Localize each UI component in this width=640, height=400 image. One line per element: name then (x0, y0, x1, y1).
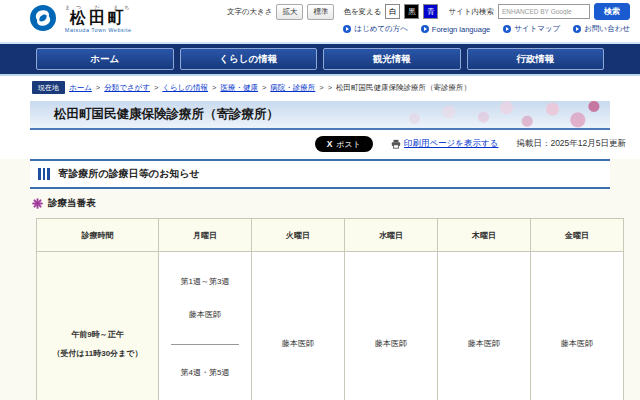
arrow-circle-icon (573, 25, 581, 33)
cell-monday-morning: 第1週～第3週 藤本医師 第4週・第5週 相川医師 (159, 252, 252, 400)
breadcrumb-home[interactable]: ホーム (69, 83, 92, 93)
col-header-tuesday: 火曜日 (252, 219, 345, 252)
text-size-enlarge-button[interactable]: 拡大 (276, 4, 303, 20)
main-nav: ホーム くらしの情報 観光情報 行政情報 (0, 44, 640, 76)
table-header-row: 診療時間 月曜日 火曜日 水曜日 木曜日 金曜日 (37, 219, 624, 252)
cell-thursday-morning: 藤本医師 (438, 252, 531, 400)
cell-friday-morning: 藤本医師 (531, 252, 624, 400)
arrow-circle-icon (421, 25, 429, 33)
site-search-input[interactable] (498, 4, 590, 19)
page-title: 松田町国民健康保険診療所（寄診療所） (30, 106, 279, 123)
main-content: 寄診療所の診療日等のお知らせ 診療当番表 診療時間 月曜日 火曜日 水曜日 木曜… (0, 159, 640, 400)
section-heading-text: 寄診療所の診療日等のお知らせ (59, 167, 200, 181)
nav-living-info[interactable]: くらしの情報 (180, 48, 318, 70)
breadcrumb-current-page: 松田町国民健康保険診療所（寄診療所） (336, 83, 471, 93)
col-header-thursday: 木曜日 (438, 219, 531, 252)
color-change-label: 色を変える (343, 7, 381, 17)
current-location-badge: 現在地 (32, 81, 65, 94)
triple-bar-icon (38, 168, 50, 180)
site-header: まつ だ まち 松田町 Matsuda Town Website 文字の大きさ … (0, 0, 640, 44)
color-black-button[interactable]: 黒 (404, 4, 419, 19)
arrow-circle-icon (503, 25, 511, 33)
clinic-schedule-table: 診療時間 月曜日 火曜日 水曜日 木曜日 金曜日 午前9時～正午 （受付は11時… (36, 218, 624, 400)
text-size-label: 文字の大きさ (227, 7, 273, 17)
published-date: 掲載日：2025年12月5日更新 (516, 138, 626, 150)
first-time-visitors-link[interactable]: はじめての方へ (343, 24, 408, 34)
site-search-label: サイト内検索 (448, 7, 494, 17)
print-page-link[interactable]: 印刷用ページを表示する (391, 138, 499, 150)
matsuda-town-logo-icon (30, 5, 56, 31)
page-title-band: 松田町国民健康保険診療所（寄診療所） (30, 101, 610, 128)
flower-asterisk-icon (32, 198, 43, 209)
breadcrumb-hospitals-clinics[interactable]: 病院・診療所 (270, 83, 315, 93)
nav-administrative-info[interactable]: 行政情報 (467, 48, 605, 70)
col-header-friday: 金曜日 (531, 219, 624, 252)
breadcrumb: 現在地 ホーム > 分類でさがす > くらしの情報 > 医療・健康 > 病院・診… (0, 76, 640, 98)
x-logo-icon: X (327, 139, 333, 149)
foreign-language-link[interactable]: Foreign language (421, 24, 490, 34)
col-header-wednesday: 水曜日 (345, 219, 438, 252)
breadcrumb-medical-health[interactable]: 医療・健康 (220, 83, 258, 93)
site-name: 松田町 (61, 10, 135, 27)
search-button[interactable]: 検索 (594, 3, 630, 20)
nav-home[interactable]: ホーム (36, 48, 174, 70)
cell-wednesday-morning: 藤本医師 (345, 252, 438, 400)
color-white-button[interactable]: 白 (385, 4, 400, 19)
x-post-button[interactable]: X ポスト (315, 136, 373, 152)
sitemap-link[interactable]: サイトマップ (503, 24, 560, 34)
subsection-heading-text: 診療当番表 (48, 197, 96, 210)
cell-time-morning: 午前9時～正午 （受付は11時30分まで） (37, 252, 159, 400)
cherry-blossom-decoration (380, 101, 610, 128)
table-row-morning: 午前9時～正午 （受付は11時30分まで） 第1週～第3週 藤本医師 第4週・第… (37, 252, 624, 400)
col-header-monday: 月曜日 (159, 219, 252, 252)
col-header-time: 診療時間 (37, 219, 159, 252)
text-size-standard-button[interactable]: 標準 (307, 4, 334, 20)
breadcrumb-living-info[interactable]: くらしの情報 (162, 83, 208, 93)
contact-link[interactable]: お問い合わせ (573, 24, 630, 34)
color-blue-button[interactable]: 青 (423, 4, 438, 19)
page-meta-row: X ポスト 印刷用ページを表示する 掲載日：2025年12月5日更新 (0, 130, 640, 157)
subsection-heading: 診療当番表 (0, 189, 640, 216)
site-subtitle: Matsuda Town Website (61, 27, 135, 33)
section-heading: 寄診療所の診療日等のお知らせ (30, 159, 610, 189)
cell-divider (171, 344, 240, 345)
cell-tuesday-morning: 藤本医師 (252, 252, 345, 400)
arrow-circle-icon (343, 25, 351, 33)
printer-icon (391, 139, 401, 149)
breadcrumb-search-by-category[interactable]: 分類でさがす (104, 83, 150, 93)
site-logo[interactable]: まつ だ まち 松田町 Matsuda Town Website (30, 4, 135, 33)
nav-tourism-info[interactable]: 観光情報 (323, 48, 461, 70)
